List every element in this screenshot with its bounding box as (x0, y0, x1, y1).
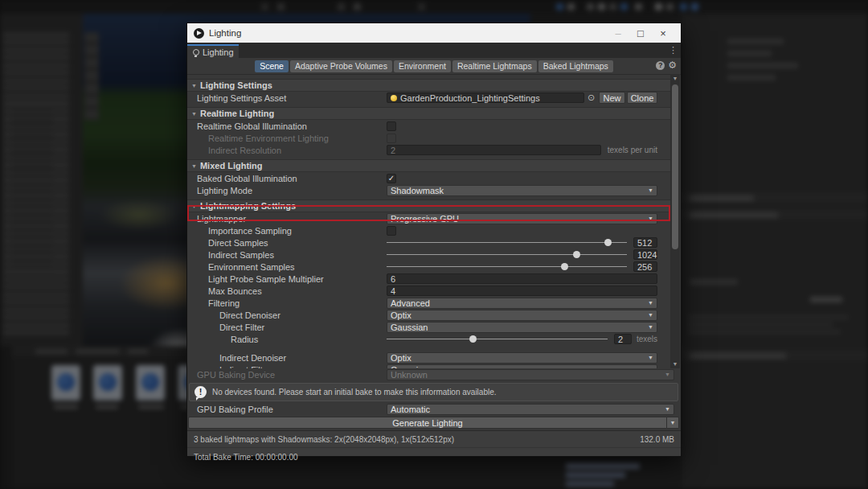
field-label: Lighting Mode (197, 186, 252, 195)
row-lightmapper: Lightmapper Progressive GPU ▼ (187, 212, 670, 224)
lightmapper-dropdown[interactable]: Progressive GPU ▼ (387, 213, 657, 224)
foldout-icon: ▼ (191, 203, 197, 209)
help-icon[interactable]: ? (656, 61, 665, 70)
tab-baked-lightmaps[interactable]: Baked Lightmaps (538, 60, 613, 72)
vertical-scrollbar[interactable]: ▼ ▼ (670, 74, 680, 368)
generate-lighting-button[interactable]: Generate Lighting (188, 417, 667, 429)
field-label: Realtime Global Illumination (197, 121, 307, 131)
realtime-gi-checkbox[interactable] (387, 121, 396, 131)
chevron-down-icon: ▼ (648, 324, 653, 330)
unit-label: texels per unit (606, 146, 657, 154)
total-bake-time: Total Bake Time: 00:00:00.00 (194, 453, 298, 462)
row-direct-denoiser: Direct Denoiser Optix ▼ (187, 309, 670, 321)
field-label: Direct Denoiser (219, 310, 280, 320)
indirect-denoiser-dropdown[interactable]: Optix ▼ (387, 352, 657, 364)
lighting-settings-asset-field[interactable]: GardenProduction_LightingSettings (387, 92, 584, 103)
radius-value[interactable]: 2 (614, 334, 632, 344)
generate-lighting-dropdown[interactable]: ▼ (667, 417, 679, 429)
lighting-mode-dropdown[interactable]: Shadowmask ▼ (387, 185, 657, 196)
object-picker-icon[interactable]: ⊙ (586, 92, 596, 103)
tab-adaptive-probe-volumes[interactable]: Adaptive Probe Volumes (290, 60, 392, 72)
lightmap-size: 132.0 MB (640, 435, 674, 447)
bake-status-bar: 3 baked lightmaps with Shadowmasks: 2x(2… (187, 430, 681, 456)
row-direct-samples: Direct Samples 512 (187, 236, 670, 249)
row-filtering: Filtering Advanced ▼ (187, 297, 670, 309)
window-titlebar: Lighting – □ × (187, 23, 681, 43)
direct-denoiser-dropdown[interactable]: Optix ▼ (387, 310, 657, 321)
direct-samples-value[interactable]: 512 (633, 237, 657, 248)
field-label: Baked Global Illumination (197, 174, 297, 183)
scroll-up-icon[interactable]: ▼ (670, 76, 680, 81)
window-title: Lighting (209, 28, 241, 38)
row-gpu-baking-device: GPU Baking Device Unknown ▼ (187, 368, 681, 380)
dock-tab-bar: Lighting ⋮ (187, 43, 681, 58)
section-lighting-settings[interactable]: ▼ Lighting Settings (187, 79, 670, 92)
direct-filter-dropdown[interactable]: Gaussian ▼ (387, 322, 657, 333)
row-radius: Radius 2 texels (187, 333, 670, 345)
indirect-samples-slider[interactable] (387, 249, 627, 260)
radius-slider[interactable] (387, 334, 608, 344)
field-label: Importance Sampling (208, 226, 292, 236)
row-lighting-settings-asset: Lighting Settings Asset GardenProduction… (187, 92, 670, 104)
light-probe-sample-multiplier-input[interactable]: 6 (387, 273, 657, 284)
direct-samples-slider[interactable] (387, 237, 627, 248)
chevron-down-icon: ▼ (648, 300, 653, 306)
section-realtime-lighting[interactable]: ▼ Realtime Lighting (187, 107, 670, 120)
info-icon: ! (194, 386, 207, 398)
clone-button[interactable]: Clone (627, 92, 657, 104)
row-environment-samples: Environment Samples 256 (187, 261, 670, 273)
filtering-dropdown[interactable]: Advanced ▼ (387, 298, 657, 309)
row-indirect-samples: Indirect Samples 1024 (187, 249, 670, 261)
field-label: Environment Samples (208, 262, 295, 272)
section-title: Mixed Lighting (200, 161, 263, 171)
section-title: Realtime Lighting (200, 109, 274, 118)
chevron-down-icon: ▼ (648, 312, 653, 318)
close-icon[interactable]: × (652, 27, 674, 39)
tab-scene[interactable]: Scene (255, 60, 289, 72)
gear-icon[interactable]: ⚙ (668, 60, 677, 70)
chevron-down-icon: ▼ (665, 372, 670, 377)
scroll-down-icon[interactable]: ▼ (670, 361, 680, 367)
gpu-baking-device-dropdown: Unknown ▼ (387, 369, 674, 380)
row-realtime-global-illumination: Realtime Global Illumination (187, 120, 670, 132)
field-label: GPU Baking Device (197, 370, 275, 380)
row-direct-filter: Direct Filter Gaussian ▼ (187, 321, 670, 333)
gpu-baking-profile-dropdown[interactable]: Automatic ▼ (387, 404, 674, 415)
screen: Lighting – □ × Lighting ⋮ Scene Adaptive… (0, 0, 868, 489)
tab-realtime-lightmaps[interactable]: Realtime Lightmaps (452, 60, 537, 72)
field-label: Direct Filter (219, 323, 264, 332)
row-indirect-denoiser: Indirect Denoiser Optix ▼ (187, 351, 670, 364)
foldout-icon: ▼ (191, 163, 197, 169)
indirect-samples-value[interactable]: 1024 (633, 249, 657, 260)
tab-lighting[interactable]: Lighting (187, 44, 239, 58)
info-box: ! No devices found. Please start an init… (189, 383, 678, 401)
scrollbar-thumb[interactable] (672, 84, 678, 249)
generate-lighting-row: Generate Lighting ▼ (188, 417, 679, 429)
row-lighting-mode: Lighting Mode Shadowmask ▼ (187, 184, 670, 196)
environment-samples-slider[interactable] (387, 261, 627, 272)
tab-environment[interactable]: Environment (394, 60, 451, 72)
chevron-down-icon: ▼ (648, 187, 653, 193)
settings-scroll-area: ▼ Lighting Settings Lighting Settings As… (187, 74, 681, 368)
field-label: Max Bounces (208, 286, 262, 296)
field-label: Lighting Settings Asset (197, 93, 286, 103)
max-bounces-input[interactable]: 4 (387, 286, 657, 296)
minimize-icon[interactable]: – (607, 27, 629, 39)
section-mixed-lighting[interactable]: ▼ Mixed Lighting (187, 159, 670, 172)
unit-label: texels (637, 335, 657, 343)
new-button[interactable]: New (599, 92, 625, 104)
field-label: Filtering (208, 298, 240, 308)
dock-tab-label: Lighting (203, 47, 234, 57)
field-label: Indirect Samples (208, 250, 274, 260)
indirect-resolution-input: 2 (387, 145, 601, 155)
kebab-menu-icon[interactable]: ⋮ (669, 45, 678, 55)
importance-sampling-checkbox[interactable] (387, 226, 396, 236)
baking-controls: GPU Baking Device Unknown ▼ ! No devices… (187, 368, 681, 429)
maximize-icon[interactable]: □ (629, 27, 652, 39)
row-indirect-resolution: Indirect Resolution 2 texels per unit (187, 144, 670, 156)
row-baked-global-illumination: Baked Global Illumination ✓ (187, 172, 670, 184)
baked-gi-checkbox[interactable]: ✓ (387, 174, 396, 183)
environment-samples-value[interactable]: 256 (633, 261, 657, 272)
section-lightmapping-settings[interactable]: ▼ Lightmapping Settings (187, 199, 670, 212)
info-message: No devices found. Please start an initia… (212, 388, 497, 397)
